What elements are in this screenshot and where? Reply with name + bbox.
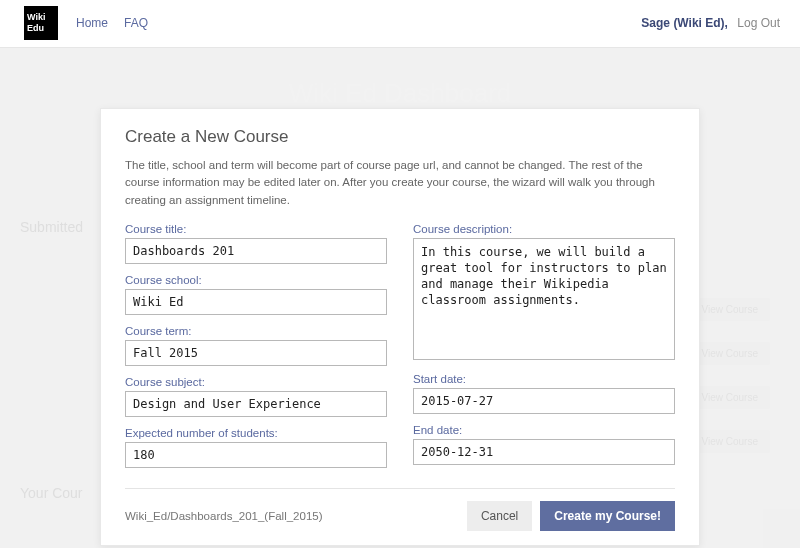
create-course-button[interactable]: Create my Course! (540, 501, 675, 531)
logo-text-2: Edu (27, 23, 44, 34)
input-course-subject[interactable] (125, 391, 387, 417)
input-course-title[interactable] (125, 238, 387, 264)
top-nav: Wiki Edu Home FAQ Sage (Wiki Ed), Log Ou… (0, 0, 800, 48)
modal-overlay: Create a New Course The title, school an… (0, 48, 800, 548)
nav-home[interactable]: Home (76, 16, 108, 30)
logo-text-1: Wiki (27, 12, 45, 23)
label-course-subject: Course subject: (125, 376, 387, 388)
user-name: Sage (Wiki Ed) (641, 16, 724, 30)
logo[interactable]: Wiki Edu (24, 6, 58, 40)
input-course-school[interactable] (125, 289, 387, 315)
input-course-term[interactable] (125, 340, 387, 366)
label-expected-students: Expected number of students: (125, 427, 387, 439)
label-start-date: Start date: (413, 373, 675, 385)
label-course-term: Course term: (125, 325, 387, 337)
input-start-date[interactable] (413, 388, 675, 414)
input-end-date[interactable] (413, 439, 675, 465)
label-course-school: Course school: (125, 274, 387, 286)
cancel-button[interactable]: Cancel (467, 501, 532, 531)
input-expected-students[interactable] (125, 442, 387, 468)
course-slug: Wiki_Ed/Dashboards_201_(Fall_2015) (125, 510, 459, 522)
logout-link[interactable]: Log Out (737, 16, 780, 30)
label-course-description: Course description: (413, 223, 675, 235)
label-course-title: Course title: (125, 223, 387, 235)
input-course-description[interactable] (413, 238, 675, 360)
modal-intro: The title, school and term will become p… (125, 157, 675, 209)
create-course-modal: Create a New Course The title, school an… (100, 108, 700, 546)
modal-title: Create a New Course (125, 127, 675, 147)
user-info: Sage (Wiki Ed), Log Out (641, 16, 780, 30)
nav-faq[interactable]: FAQ (124, 16, 148, 30)
label-end-date: End date: (413, 424, 675, 436)
